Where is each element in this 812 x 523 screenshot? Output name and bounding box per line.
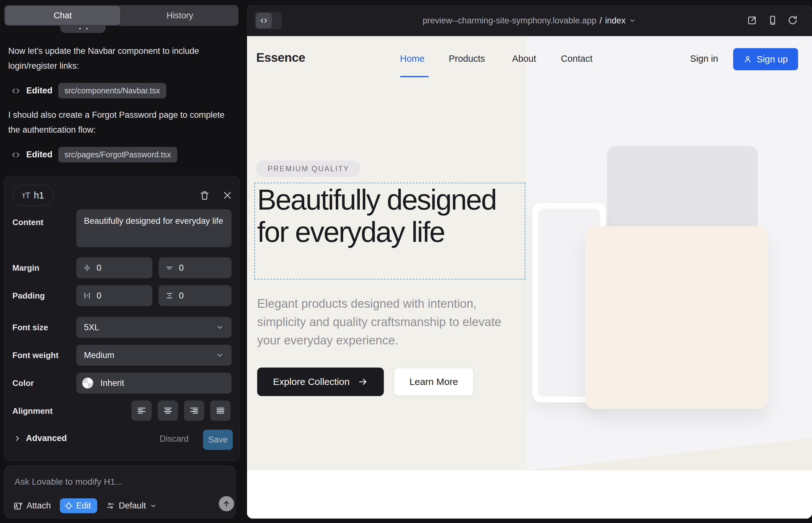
attach-button[interactable]: Attach — [13, 501, 51, 511]
tab-history[interactable]: History — [122, 6, 237, 25]
open-in-new-tab-icon[interactable] — [747, 15, 758, 26]
align-left-button[interactable] — [131, 400, 152, 421]
padding-y-icon — [165, 291, 174, 300]
chat-composer[interactable]: Ask Lovable to modify H1... Attach Edit — [4, 466, 236, 518]
discard-button[interactable]: Discard — [160, 434, 189, 444]
selected-element-pill[interactable]: тT h1 — [12, 185, 54, 206]
padding-x-input[interactable]: 0 — [76, 285, 152, 306]
site-logo[interactable]: Essence — [256, 51, 305, 65]
edited-file-row: Edited src/pages/ForgotPassword.tsx — [11, 147, 177, 162]
nav-about-link[interactable]: About — [512, 54, 536, 64]
scrolled-chip-partial — [60, 25, 106, 33]
alignment-label: Alignment — [12, 406, 53, 416]
premium-quality-badge: PREMIUM QUALITY — [256, 161, 361, 177]
model-default-select[interactable]: Default — [106, 501, 157, 511]
color-swatch — [82, 377, 93, 389]
content-input[interactable]: Beautifully designed for everyday life — [76, 209, 231, 247]
hero-heading[interactable]: Beautifully designed for everyday life — [257, 184, 504, 248]
send-button[interactable] — [219, 496, 234, 511]
element-editor-panel: тT h1 Content Beautifully designed for e… — [4, 176, 240, 461]
font-weight-select[interactable]: Medium — [76, 345, 231, 366]
chevron-down-icon — [216, 323, 224, 331]
preview-header: preview--charming-site-symphony.lovable.… — [247, 5, 812, 36]
sidebar-tab-bar: Chat History — [4, 5, 239, 26]
advanced-toggle[interactable]: Advanced — [13, 433, 67, 443]
edited-label: Edited — [26, 150, 53, 160]
file-chip[interactable]: src/components/Navbar.tsx — [58, 83, 166, 98]
edited-file-row: Edited src/components/Navbar.tsx — [11, 83, 166, 98]
margin-x-icon — [83, 264, 91, 272]
margin-label: Margin — [12, 263, 39, 273]
user-icon — [743, 55, 752, 64]
code-icon — [11, 150, 21, 160]
chat-sidebar: Chat History Now let's update the Navbar… — [0, 0, 246, 523]
decor-rect-cream — [585, 227, 768, 409]
image-plus-icon — [13, 501, 23, 511]
padding-x-icon — [83, 291, 91, 300]
content-label: Content — [12, 217, 43, 227]
preview-window: preview--charming-site-symphony.lovable.… — [247, 5, 812, 519]
mobile-view-icon[interactable] — [767, 15, 778, 26]
explore-collection-button[interactable]: Explore Collection — [257, 367, 384, 396]
edited-label: Edited — [26, 86, 53, 96]
element-tag-label: h1 — [34, 190, 44, 201]
composer-placeholder: Ask Lovable to modify H1... — [15, 477, 123, 487]
learn-more-button[interactable]: Learn More — [394, 367, 474, 396]
nav-contact-link[interactable]: Contact — [561, 54, 593, 64]
preview-url-bar[interactable]: preview--charming-site-symphony.lovable.… — [247, 5, 812, 36]
target-icon — [64, 502, 73, 510]
margin-x-input[interactable]: 0 — [76, 257, 152, 278]
arrow-right-icon — [358, 377, 368, 387]
app-window: Chat History Now let's update the Navbar… — [0, 0, 812, 523]
delete-element-button[interactable] — [198, 189, 211, 202]
close-icon[interactable] — [221, 189, 234, 202]
padding-y-input[interactable]: 0 — [159, 285, 231, 306]
active-nav-underline — [400, 76, 429, 77]
save-button[interactable]: Save — [203, 430, 233, 450]
margin-y-icon — [165, 264, 174, 272]
chevron-down-icon — [629, 17, 636, 24]
code-icon — [11, 86, 21, 96]
color-select[interactable]: Inherit — [76, 373, 231, 394]
chevron-down-icon — [216, 351, 224, 359]
font-size-select[interactable]: 5XL — [76, 317, 231, 338]
padding-label: Padding — [12, 291, 45, 301]
color-label: Color — [12, 378, 34, 388]
hero-paragraph: Elegant products designed with intention… — [257, 294, 511, 349]
refresh-icon[interactable] — [787, 15, 798, 26]
nav-home-link[interactable]: Home — [400, 54, 424, 64]
file-chip[interactable]: src/pages/ForgotPassword.tsx — [58, 147, 177, 162]
chevron-down-icon — [150, 502, 157, 509]
type-icon: тT — [22, 191, 30, 200]
site-preview: Essence Home Products About Contact Sign… — [247, 36, 812, 519]
assistant-message: I should also create a Forgot Password p… — [8, 108, 235, 138]
tab-chat[interactable]: Chat — [5, 6, 120, 25]
assistant-message: Now let's update the Navbar component to… — [8, 44, 235, 73]
sign-up-button[interactable]: Sign up — [733, 48, 798, 70]
align-right-button[interactable] — [184, 400, 204, 421]
margin-y-input[interactable]: 0 — [159, 257, 231, 278]
sliders-icon — [106, 502, 115, 510]
font-size-label: Font size — [12, 323, 48, 332]
align-center-button[interactable] — [158, 400, 178, 421]
edit-mode-button[interactable]: Edit — [60, 498, 98, 513]
nav-products-link[interactable]: Products — [449, 54, 485, 64]
font-weight-label: Font weight — [12, 350, 58, 360]
sign-in-link[interactable]: Sign in — [690, 54, 718, 64]
chevron-right-icon — [13, 434, 21, 443]
align-justify-button[interactable] — [210, 400, 231, 421]
